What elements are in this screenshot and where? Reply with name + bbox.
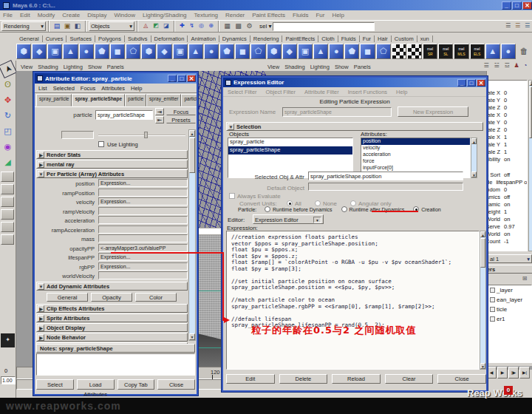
attr-field-acceleration[interactable]	[98, 216, 188, 224]
layer-list[interactable]: _layerean_layerticleer1	[488, 285, 532, 363]
shelf-tab-fluids[interactable]: Fluids	[338, 35, 360, 42]
channel-value[interactable]: lifespanPP only	[492, 179, 528, 186]
soft-modification-tool-icon[interactable]: ◉	[1, 140, 15, 154]
pin-icon[interactable]: ⇥	[155, 108, 164, 115]
channel-row[interactable]: Lifespan Random0	[488, 186, 528, 194]
section-node-behavior[interactable]: ▶Node Behavior	[36, 333, 188, 342]
layer-display-dropdown[interactable]: al 1▾	[488, 254, 532, 263]
mel-script-icon-sl[interactable]: melSL	[438, 44, 453, 59]
expand-icon[interactable]: ▶	[38, 161, 44, 168]
menu-item-paint-effects[interactable]: Paint Effects	[252, 12, 285, 18]
ee-menu-help[interactable]: Help	[396, 89, 407, 95]
attr-field-rampacceleration[interactable]	[98, 225, 188, 234]
attr-field-rampposition[interactable]	[98, 189, 188, 197]
attr-field-lifespanpp[interactable]: Expression...	[98, 253, 188, 261]
save-scene-icon[interactable]: ◧	[72, 21, 83, 31]
expand-icon[interactable]: ▶	[38, 315, 44, 322]
polygon-shelf-icon[interactable]: ⬠	[250, 44, 265, 59]
scroll-up-icon[interactable]: ▲	[471, 138, 477, 144]
menu-set-dropdown[interactable]: Rendering ▾	[1, 21, 46, 31]
snap-curve-icon[interactable]: ↯	[187, 21, 197, 31]
maximize-button[interactable]: □	[177, 75, 186, 82]
channel-value[interactable]: on	[500, 201, 510, 208]
quick-select-input[interactable]	[273, 22, 375, 31]
ae-tab-particleclo[interactable]: particleClo	[181, 94, 197, 106]
shelf-tab-dynamics[interactable]: Dynamics	[219, 35, 250, 42]
section-per-particle-array-attributes[interactable]: ▼Per Particle (Array) Attributes	[36, 169, 188, 178]
maximize-button[interactable]: □	[512, 1, 522, 10]
polygon-shelf-icon[interactable]: ◼	[360, 44, 375, 59]
layout-preset-icon[interactable]	[1, 222, 14, 232]
polygon-shelf-icon[interactable]: ◆	[157, 44, 171, 59]
move-tool-icon[interactable]: ✥	[1, 93, 15, 107]
channel-row[interactable]: Depth Sortoff	[488, 172, 528, 179]
ae-menu-focus[interactable]: Focus	[81, 85, 95, 92]
layer-item[interactable]: ean_layer	[488, 295, 531, 305]
panel-menu-show[interactable]: Show	[335, 64, 349, 70]
render-icon[interactable]: ▦	[222, 21, 233, 31]
section-sprite-attributes[interactable]: ▶Sprite Attributes	[36, 313, 188, 322]
scroll-down-icon[interactable]: ▼	[471, 172, 477, 177]
attr-field-opacitypp[interactable]: <-arrayMapper3.outValuePP	[98, 244, 188, 252]
scale-tool-icon[interactable]: ◰	[1, 124, 15, 138]
collapse-icon[interactable]: ▼	[38, 171, 44, 177]
ee-menu-object-filter[interactable]: Object Filter	[266, 89, 296, 95]
channel-row[interactable]: Lifespan ModelifespanPP only	[488, 179, 528, 186]
ee-menu-select-filter[interactable]: Select Filter	[228, 89, 257, 95]
polygon-shelf-icon[interactable]: ⬢	[141, 44, 156, 59]
layout-bars-icon[interactable]: ☲	[502, 61, 511, 70]
attr-field-rampvelocity[interactable]	[98, 207, 188, 215]
load-attributes-button[interactable]: Load Attributes	[77, 379, 115, 390]
delete-button[interactable]: Delete	[279, 374, 328, 384]
channel-value[interactable]: 0	[500, 126, 507, 134]
attribute-item-position[interactable]: position	[361, 138, 470, 145]
attr-field-worldvelocity[interactable]	[98, 271, 188, 279]
layer-item[interactable]: _layer	[488, 285, 531, 295]
channel-value[interactable]: 0	[500, 186, 507, 194]
polygon-shelf-icon[interactable]: ◆	[32, 44, 47, 59]
polygon-shelf-icon[interactable]: ●	[329, 44, 344, 59]
shelf-tab-surfaces[interactable]: Surfaces	[66, 35, 95, 42]
trash-icon[interactable]: 🗑	[518, 45, 530, 58]
checker-shelf-icon[interactable]	[392, 44, 406, 59]
layout-preset-icon[interactable]	[1, 172, 14, 182]
polygon-shelf-icon[interactable]: ◼	[235, 44, 250, 59]
section-mental-ray[interactable]: ▶mental ray	[36, 160, 188, 169]
shelf-tab-curves[interactable]: Curves	[43, 35, 67, 42]
panel-menu-shading[interactable]: Shading	[284, 64, 305, 70]
ae-menu-attributes[interactable]: Attributes	[101, 85, 125, 92]
expand-icon[interactable]: ▶	[38, 334, 44, 341]
channel-row[interactable]: Scale Z1	[488, 149, 528, 156]
panel-menu-lighting[interactable]: Lighting	[64, 64, 83, 70]
channel-row[interactable]: Emission In Worldon	[488, 231, 528, 238]
panel-menu-shading[interactable]: Shading	[38, 64, 58, 70]
particle-option-runtime-after-dynamics[interactable]: Runtime after Dynamics	[341, 206, 405, 212]
ae-tab-spray-particle[interactable]: spray_particle	[36, 94, 72, 106]
mel-script-icon-els[interactable]: melELS	[470, 44, 485, 59]
channel-row[interactable]: Translate Z0	[488, 104, 528, 112]
clear-button[interactable]: Clear	[385, 374, 434, 384]
menu-item-file[interactable]: File	[3, 12, 13, 18]
particle-option-creation[interactable]: Creation	[413, 206, 440, 212]
color-button[interactable]: Color	[135, 293, 177, 302]
attribute-item-inputforce-0[interactable]: inputForce[0]	[361, 165, 470, 172]
select-by-component-icon[interactable]: ◪	[161, 21, 171, 31]
section-object-display[interactable]: ▶Object Display	[36, 323, 188, 332]
layer-visibility-toggle[interactable]	[490, 288, 495, 293]
ae-menu-help[interactable]: Help	[131, 85, 142, 92]
polygon-shelf-icon[interactable]: ⬢	[16, 44, 31, 59]
channel-row[interactable]: Rotate Z0	[488, 126, 528, 134]
channel-row[interactable]: Visibilityon	[488, 156, 528, 163]
play-backwards-button[interactable]: ◀	[486, 367, 497, 379]
menu-item-fur[interactable]: Fur	[316, 12, 324, 18]
new-layer-icon[interactable]: ⊞	[519, 274, 530, 283]
layout-preset-icon[interactable]	[1, 209, 14, 220]
polygon-shelf-icon[interactable]: ▲	[188, 44, 203, 59]
menu-item-help[interactable]: Help	[332, 12, 344, 18]
expression-textarea[interactable]: //creation expression floats particlesve…	[226, 231, 480, 370]
layout-bars-icon[interactable]: ☰	[482, 61, 491, 70]
polygon-shelf-icon[interactable]: ⬟	[95, 44, 109, 59]
checker-shelf-icon[interactable]	[407, 44, 422, 59]
channel-row[interactable]: Rotate X0	[488, 112, 528, 119]
attr-field-velocity[interactable]: Expression...	[98, 197, 188, 206]
